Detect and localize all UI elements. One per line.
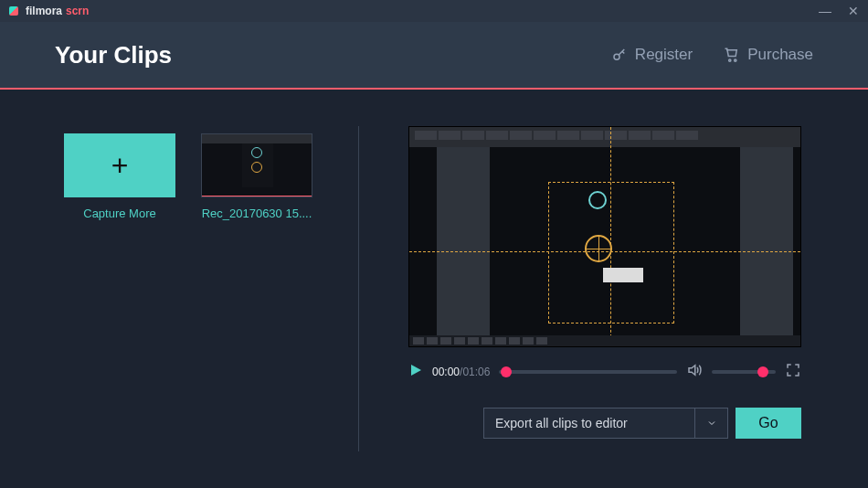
brand-sub: scrn: [66, 5, 89, 17]
svg-point-2: [735, 59, 736, 61]
close-button[interactable]: ✕: [848, 5, 859, 17]
total-time: 01:06: [462, 366, 490, 378]
plus-icon: +: [111, 149, 129, 183]
time-display: 00:00/01:06: [432, 366, 490, 378]
minimize-button[interactable]: —: [819, 5, 831, 17]
logo-mark-icon: [9, 6, 18, 16]
current-time: 00:00: [432, 366, 460, 378]
clip-thumbnail[interactable]: [201, 133, 312, 197]
capture-more-label: Capture More: [83, 207, 155, 220]
clips-row: + Capture More Rec_20170630 15....: [64, 133, 358, 220]
chevron-down-icon: [706, 418, 717, 429]
seek-slider[interactable]: [499, 370, 677, 374]
export-row: Export all clips to editor Go: [408, 408, 801, 439]
header-actions: Register Purchase: [611, 46, 813, 64]
register-link[interactable]: Register: [611, 46, 693, 64]
volume-button[interactable]: [686, 362, 703, 382]
window-controls: — ✕: [819, 5, 859, 17]
svg-point-1: [729, 59, 731, 61]
app-logo: filmora scrn: [9, 5, 89, 17]
export-selected-label: Export all clips to editor: [484, 408, 694, 438]
brand-main: filmora: [26, 5, 62, 17]
playback-controls: 00:00/01:06: [408, 362, 801, 382]
capture-more-tile[interactable]: +: [64, 133, 175, 197]
volume-slider[interactable]: [712, 370, 776, 374]
svg-point-0: [614, 54, 619, 59]
fullscreen-button[interactable]: [785, 362, 801, 382]
purchase-label: Purchase: [747, 46, 813, 64]
fullscreen-icon: [785, 362, 801, 378]
export-dropdown[interactable]: Export all clips to editor: [483, 408, 728, 439]
register-label: Register: [635, 46, 693, 64]
header: Your Clips Register Purchase: [0, 22, 868, 90]
cart-icon: [724, 47, 740, 63]
clips-panel: + Capture More Rec_20170630 15....: [0, 90, 358, 488]
volume-knob[interactable]: [757, 366, 768, 377]
clip-item[interactable]: Rec_20170630 15....: [201, 133, 312, 220]
video-preview[interactable]: [408, 126, 801, 347]
play-button[interactable]: [408, 363, 423, 381]
go-label: Go: [758, 415, 778, 431]
page-title: Your Clips: [55, 41, 172, 69]
titlebar: filmora scrn — ✕: [0, 0, 868, 22]
clip-name: Rec_20170630 15....: [202, 207, 312, 220]
speaker-icon: [686, 362, 703, 378]
dropdown-arrow-button[interactable]: [694, 408, 727, 438]
main: + Capture More Rec_20170630 15....: [0, 90, 868, 488]
preview-panel: 00:00/01:06 Export all clips to editor: [359, 90, 868, 488]
go-button[interactable]: Go: [736, 408, 801, 439]
play-icon: [408, 363, 423, 377]
seek-knob[interactable]: [501, 366, 512, 377]
purchase-link[interactable]: Purchase: [724, 46, 813, 64]
capture-more-item[interactable]: + Capture More: [64, 133, 175, 220]
key-icon: [611, 47, 628, 63]
